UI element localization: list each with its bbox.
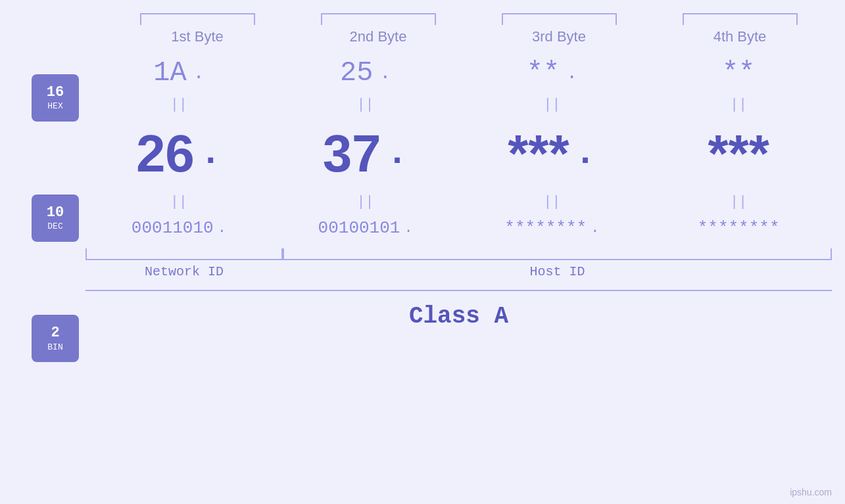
- dec-byte2-val: 37: [323, 124, 381, 184]
- hex-byte1-val: 1A: [153, 57, 186, 89]
- eq1-b3: ||: [470, 97, 634, 113]
- class-a-label: Class A: [409, 303, 508, 330]
- bin-dot2: .: [404, 220, 412, 237]
- host-id-label: Host ID: [283, 264, 832, 279]
- bin-byte3-val: ********: [504, 218, 587, 238]
- equals-row-1: || || || ||: [85, 94, 832, 116]
- bottom-bracket-container: [85, 248, 832, 260]
- full-bottom-bracket: [85, 290, 832, 291]
- bin-byte4-group: ********: [656, 218, 821, 238]
- data-rows-container: 1A . 25 . ** . ** || || ||: [85, 57, 832, 373]
- hex-byte2-group: 25 .: [283, 57, 448, 89]
- watermark: ipshu.com: [790, 487, 832, 497]
- hex-byte3-val: **: [527, 57, 560, 89]
- dec-dot3: .: [575, 121, 596, 186]
- section-wrapper: 16 HEX 10 DEC 2 BIN 1A . 25: [0, 57, 845, 373]
- dec-byte2-group: 37 .: [283, 121, 448, 186]
- dec-row: 26 . 37 . *** . ***: [85, 121, 832, 186]
- badge-hex-number: 16: [47, 84, 64, 101]
- hex-dot3: .: [566, 63, 577, 83]
- dec-byte1-group: 26 .: [97, 121, 261, 186]
- bin-byte1-group: 00011010 .: [97, 218, 261, 238]
- eq2-b4: ||: [656, 194, 821, 210]
- bracket-byte2: [321, 13, 436, 25]
- main-container: 1st Byte 2nd Byte 3rd Byte 4th Byte 16 H…: [0, 0, 845, 504]
- eq1-b2: ||: [283, 97, 448, 113]
- bin-byte3-group: ******** .: [470, 218, 634, 238]
- bracket-byte3: [502, 13, 617, 25]
- bin-byte2-group: 00100101 .: [283, 218, 448, 238]
- bin-row: 00011010 . 00100101 . ******** . *******…: [85, 218, 832, 238]
- eq2-b1: ||: [97, 194, 261, 210]
- badge-dec-number: 10: [47, 204, 64, 221]
- network-id-bracket: [85, 248, 283, 260]
- hex-row: 1A . 25 . ** . **: [85, 57, 832, 89]
- id-labels-row: Network ID Host ID: [85, 264, 832, 279]
- equals-row-2: || || || ||: [85, 191, 832, 213]
- bin-byte4-val: ********: [698, 218, 780, 238]
- badge-dec: 10 DEC: [32, 195, 79, 242]
- badge-bin: 2 BIN: [32, 315, 79, 362]
- dec-byte4-group: ***: [656, 124, 821, 184]
- hex-byte4-val: **: [722, 57, 755, 89]
- hex-byte3-group: ** .: [470, 57, 634, 89]
- eq2-b3: ||: [470, 194, 634, 210]
- col-header-2: 2nd Byte: [312, 28, 444, 45]
- eq1-b1: ||: [97, 97, 261, 113]
- network-id-label: Network ID: [85, 264, 283, 279]
- badge-bin-number: 2: [51, 325, 59, 342]
- dec-dot2: .: [387, 121, 408, 186]
- bin-byte2-val: 00100101: [318, 218, 400, 238]
- bracket-byte4: [683, 13, 798, 25]
- badge-dec-label: DEC: [47, 221, 62, 232]
- col-header-4: 4th Byte: [674, 28, 806, 45]
- badge-hex: 16 HEX: [32, 74, 79, 122]
- hex-dot2: .: [379, 63, 391, 83]
- bracket-byte1: [140, 13, 255, 25]
- dec-byte3-group: *** .: [470, 121, 634, 186]
- dec-byte1-val: 26: [136, 124, 195, 184]
- col-header-3: 3rd Byte: [493, 28, 625, 45]
- dec-byte3-val: ***: [508, 124, 569, 184]
- dec-byte4-val: ***: [708, 124, 769, 184]
- bin-byte1-val: 00011010: [132, 218, 214, 238]
- top-brackets-row: [107, 13, 831, 25]
- eq1-b4: ||: [656, 97, 821, 113]
- host-id-bracket: [283, 248, 832, 260]
- hex-dot1: .: [193, 63, 205, 83]
- dec-dot1: .: [200, 121, 222, 186]
- class-a-container: Class A: [85, 303, 832, 330]
- badge-hex-label: HEX: [47, 101, 62, 112]
- bin-dot3: .: [591, 220, 599, 237]
- column-headers: 1st Byte 2nd Byte 3rd Byte 4th Byte: [107, 28, 831, 45]
- bin-dot1: .: [218, 220, 226, 237]
- hex-byte1-group: 1A .: [97, 57, 261, 89]
- col-header-1: 1st Byte: [132, 28, 263, 45]
- badge-bin-label: BIN: [47, 342, 62, 353]
- eq2-b2: ||: [283, 194, 448, 210]
- badges-column: 16 HEX 10 DEC 2 BIN: [32, 57, 79, 373]
- hex-byte2-val: 25: [340, 57, 373, 89]
- hex-byte4-group: **: [656, 57, 821, 89]
